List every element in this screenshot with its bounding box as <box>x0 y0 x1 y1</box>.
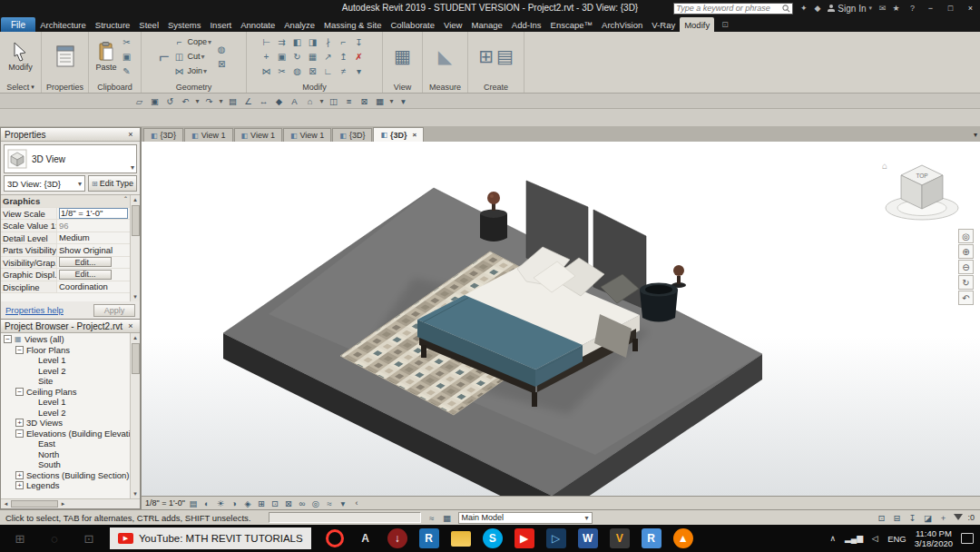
tree-item-level-1-2[interactable]: Level 1 <box>1 355 130 366</box>
scroll-up-icon[interactable]: ▴ <box>131 333 140 342</box>
select-pinned-icon[interactable]: ↧ <box>906 512 918 524</box>
sun-path-icon[interactable]: ☀ <box>214 498 227 509</box>
property-value[interactable]: Coordination <box>57 281 130 293</box>
action-center-icon[interactable] <box>961 533 974 544</box>
keyword-search-input[interactable] <box>676 4 782 13</box>
tree-item-views-all-0[interactable]: −▦Views (all) <box>1 334 130 345</box>
taskbar-window-button[interactable]: ▶ YouTube: MTH REVIT TUTORIALS <box>110 527 311 549</box>
lock-3d-view-icon[interactable]: ⊠ <box>282 498 295 509</box>
revit-icon[interactable]: R <box>419 528 439 548</box>
demolish-icon[interactable]: ⊠ <box>214 57 229 71</box>
tree-item-site-4[interactable]: Site <box>1 376 130 387</box>
pin-icon[interactable]: ↧ <box>352 35 367 49</box>
tree-item-east-10[interactable]: East <box>1 439 130 449</box>
mirror-draw-axis-icon[interactable]: ◨ <box>306 35 320 49</box>
join-button[interactable]: ⋈Join▾ <box>172 64 212 78</box>
tree-expander-icon[interactable]: − <box>4 335 12 343</box>
cope-button-caret-icon[interactable]: ▾ <box>208 38 211 46</box>
delete-icon[interactable]: ✗ <box>352 50 367 64</box>
zoom-out-icon[interactable]: ⊖ <box>958 260 974 274</box>
properties-header[interactable]: Properties × <box>1 128 140 142</box>
zoom-in-icon[interactable]: ⊕ <box>958 244 974 259</box>
search-icon[interactable] <box>782 5 790 13</box>
wall-joins-icon[interactable]: ∟ <box>321 64 336 78</box>
visual-style-icon[interactable]: ◐ <box>201 498 213 509</box>
show-crop-region-icon[interactable]: ⊡ <box>269 498 281 509</box>
switch-windows-icon-caret[interactable]: ▾ <box>388 94 395 107</box>
create-similar-icon[interactable]: ▤ <box>496 46 514 66</box>
downloader-icon[interactable]: ↓ <box>387 528 407 548</box>
viewcube-home-icon[interactable]: ⌂ <box>882 161 887 171</box>
create-group-icon[interactable]: ⊞ <box>478 46 494 66</box>
view-tab-2[interactable]: ◧View 1 <box>234 128 282 142</box>
undo-icon-caret[interactable]: ▾ <box>194 94 201 107</box>
temporary-hide-isolate-icon[interactable]: ∞ <box>296 498 309 509</box>
copy-icon[interactable]: ▣ <box>275 50 289 64</box>
tree-item-elevations-building-elevatio-9[interactable]: −Elevations (Building Elevatio <box>1 429 130 439</box>
select-links-icon[interactable]: ⊡ <box>875 512 887 524</box>
ribbon-tab-systems[interactable]: Systems <box>163 17 205 32</box>
planter-pot[interactable] <box>640 283 678 322</box>
property-value-input[interactable]: 1/8" = 1'-0" <box>59 208 128 219</box>
more-tools-icon[interactable]: ▾ <box>352 64 367 78</box>
property-value[interactable]: Edit... <box>57 269 130 281</box>
redo-icon-caret[interactable]: ▾ <box>218 94 224 107</box>
ime-language-icon[interactable]: A <box>356 528 376 548</box>
ribbon-tab-archvision[interactable]: ArchVision <box>597 17 647 32</box>
close-inactive-windows-icon[interactable]: ⊠ <box>358 94 371 107</box>
cut-to-clipboard-icon[interactable]: ✂ <box>120 35 134 49</box>
exchange-apps-icon[interactable]: ◆ <box>811 3 823 15</box>
ribbon-tab-massing-site[interactable]: Massing & Site <box>319 17 386 32</box>
taskbar-clock[interactable]: 11:40 PM 3/18/2020 <box>915 528 953 548</box>
modify-tool-button[interactable]: Modify <box>8 42 33 72</box>
view-cube[interactable]: ⌂ TOP <box>878 156 965 227</box>
tray-expand-icon[interactable]: ∧ <box>828 534 838 543</box>
view-tools-icon[interactable]: ▦ <box>394 46 411 66</box>
select-by-face-icon[interactable]: ◪ <box>921 512 934 524</box>
switch-windows-icon[interactable]: ▦ <box>373 94 387 107</box>
opera-icon[interactable] <box>326 529 344 547</box>
youtube-icon[interactable]: ▶ <box>514 528 534 548</box>
worksets-icon[interactable]: ≈ <box>426 512 438 524</box>
offset-icon[interactable]: ⇉ <box>275 35 289 49</box>
scroll-down-icon[interactable]: ▾ <box>131 292 140 301</box>
ribbon-tab-add-ins[interactable]: Add-Ins <box>507 17 546 32</box>
reveal-hidden-elements-icon[interactable]: ◎ <box>309 498 322 509</box>
tree-expander-icon[interactable]: − <box>15 429 24 438</box>
cut-geometry-icon[interactable]: ✂ <box>275 64 289 78</box>
view-tab-1[interactable]: ◧View 1 <box>184 128 232 142</box>
ribbon-tab-architecture[interactable]: Architecture <box>35 17 91 32</box>
cope-big-icon[interactable]: ⌐ <box>159 46 170 66</box>
scroll-right-icon[interactable]: ▸ <box>58 500 68 508</box>
match-type-icon[interactable]: ✎ <box>120 64 134 78</box>
hscrollbar-thumb[interactable] <box>11 500 58 508</box>
cope-button[interactable]: ⌐Cope▾ <box>172 35 212 49</box>
communication-center-icon[interactable]: ✉ <box>877 3 888 15</box>
ribbon-tab-collaborate[interactable]: Collaborate <box>386 17 439 32</box>
tree-item-south-12[interactable]: South <box>1 459 130 470</box>
tree-expander-icon[interactable]: + <box>15 419 24 427</box>
type-selector[interactable]: 3D View ▾ <box>4 144 137 173</box>
section-icon[interactable]: ◫ <box>327 94 340 107</box>
drag-on-selection-icon[interactable]: + <box>936 512 949 524</box>
tree-item-north-11[interactable]: North <box>1 449 130 460</box>
tree-expander-icon[interactable]: + <box>15 471 24 479</box>
worksharing-display-icon[interactable]: ≈ <box>323 498 336 509</box>
select-panel-label[interactable]: Select▾ <box>0 81 41 93</box>
language-indicator[interactable]: ENG <box>887 534 906 544</box>
tree-item-ceiling-plans-5[interactable]: −Ceiling Plans <box>1 387 130 398</box>
media-player-icon[interactable]: ▷ <box>546 528 566 548</box>
ribbon-tab-view[interactable]: View <box>439 17 466 32</box>
3d-scene[interactable] <box>142 142 980 496</box>
property-value[interactable]: 1/8" = 1'-0" <box>57 208 130 220</box>
tree-item-level-1-6[interactable]: Level 1 <box>1 397 130 408</box>
mirror-pick-axis-icon[interactable]: ◧ <box>290 35 305 49</box>
properties-help-link[interactable]: Properties help <box>5 305 64 315</box>
scrollbar-thumb[interactable] <box>132 343 140 374</box>
text-icon[interactable]: A <box>288 94 301 107</box>
design-options-select[interactable]: Main Model ▾ <box>458 512 593 524</box>
scrollbar-thumb[interactable] <box>132 205 140 236</box>
drawing-area[interactable]: ⌂ TOP ◎⊕⊖↻↶ <box>142 142 980 496</box>
join-button-caret-icon[interactable]: ▾ <box>203 67 207 75</box>
tree-expander-icon[interactable]: − <box>15 388 24 396</box>
